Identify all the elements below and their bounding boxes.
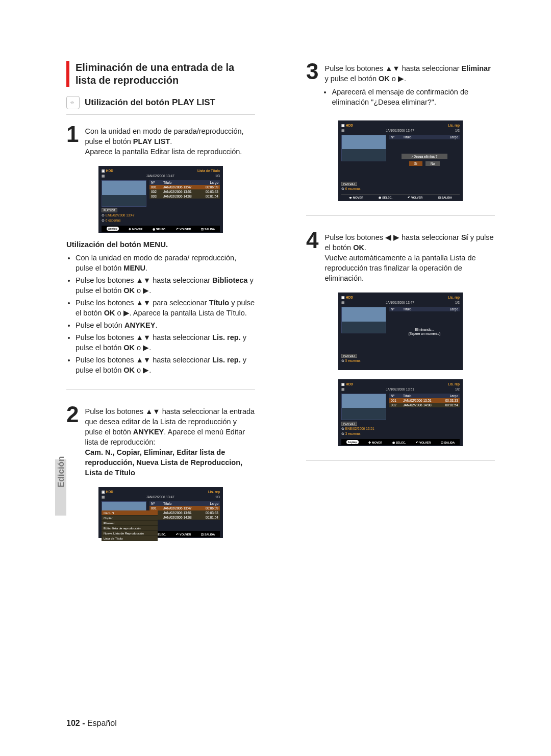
step-text: .	[170, 137, 172, 145]
col-title: Título	[403, 307, 438, 311]
ok-icon: ◉	[379, 196, 381, 199]
table-row[interactable]: JAN/02/2006 14:0800:01:54	[149, 515, 220, 520]
screen-hdd: HDD	[341, 382, 353, 386]
table-row[interactable]: 002JAN/02/2006 13:5100:03:33	[149, 189, 220, 194]
menu-item[interactable]: Lista de Título	[102, 536, 158, 541]
step-sub: Aparecerá el mensaje de confirmación de …	[332, 87, 495, 107]
screen-hdd: HDD	[341, 296, 353, 300]
step-text: Pulse los botones ▲▼ hasta seleccionar	[324, 64, 461, 72]
screen-mode: Lis. rep	[208, 490, 220, 494]
col-n: Nº	[391, 307, 400, 311]
return-icon: ↶	[408, 196, 410, 199]
header-accent	[66, 61, 69, 87]
list-item: Pulse los botones ▲▼ hasta seleccionar L…	[76, 332, 255, 353]
thumbnail	[341, 394, 386, 420]
screen-count: 1/3	[215, 495, 220, 499]
hint-salida: SALIDA	[205, 533, 215, 536]
list-item: Pulse el botón ANYKEY.	[76, 320, 255, 330]
arrows-icon: ✥	[368, 441, 371, 444]
dialog-no[interactable]: No	[425, 161, 440, 166]
hint-mover: MOVER	[372, 441, 382, 444]
col-n: Nº	[391, 135, 400, 139]
hint-salida: SALIDA	[205, 228, 215, 231]
hint-selec: SELEC.	[396, 441, 406, 444]
screen-edit-menu: HDDLis. rep JAN/02/2006 13:471/3 NºTítul…	[98, 487, 223, 538]
screen-count: 1/2	[455, 387, 460, 392]
step-bold: PLAY LIST	[133, 137, 170, 145]
return-icon: ↶	[176, 228, 179, 231]
hint-selec: SELEC.	[382, 196, 392, 199]
playlist-tag: PLAYLIST	[341, 354, 357, 358]
table-row[interactable]: 001JAN/02/2006 13:4700:06:09	[149, 185, 220, 189]
table-row[interactable]: 002JAN/02/2006 14:0800:01:54	[389, 403, 460, 407]
step-text: .	[364, 243, 366, 252]
menu-item[interactable]: Nueva Lista de Reproducción	[102, 531, 158, 536]
exit-icon: ⊡	[438, 196, 441, 199]
playlist-scenes: 3 escenas	[341, 432, 386, 436]
menu-item[interactable]: Editar lista de reproducción	[102, 526, 158, 531]
screen-count: 1/3	[455, 129, 460, 133]
step-bold: Sí	[461, 233, 468, 241]
col-title: Título	[403, 135, 438, 139]
hint-anykey: Anykey	[107, 227, 119, 231]
divider	[66, 114, 255, 115]
screen-timestamp: JAN/02/2006 13:47	[146, 495, 174, 499]
step-number: 2	[66, 404, 79, 478]
step-bold: OK	[353, 243, 364, 252]
hint-salida: SALIDA	[444, 441, 455, 444]
table-row[interactable]: 001JAN/02/2006 13:4700:06:09	[149, 506, 220, 510]
table-row[interactable]: 003JAN/02/2006 14:0800:01:54	[149, 194, 220, 199]
screen-timestamp: JAN/02/2006 13:51	[386, 387, 414, 392]
hint-volver: VOLVER	[411, 196, 422, 199]
step-bold: Eliminar	[462, 64, 491, 72]
divider	[306, 460, 495, 461]
screen-mode: Lis. rep	[448, 124, 460, 128]
col-length: Largo	[441, 135, 458, 139]
menu-item[interactable]: Copiar	[102, 516, 158, 521]
hint-selec: SELEC.	[156, 228, 166, 231]
hint-volver: VOLVER	[419, 441, 431, 444]
playlist-tag: PLAYLIST	[102, 208, 117, 212]
return-icon: ↶	[176, 533, 179, 536]
playlist-date: ENE/02/2006 13:51	[341, 427, 386, 431]
table-row[interactable]: 001JAN/02/2006 13:5100:03:33	[389, 398, 460, 403]
screen-deleting: HDDLis. rep JAN/02/2006 13:471/3 NºTítul…	[338, 292, 463, 370]
hint-mover: MOVER	[132, 228, 142, 231]
dialog-yes[interactable]: Sí	[409, 161, 422, 166]
screen-hdd: HDD	[102, 169, 113, 173]
hint-volver: VOLVER	[180, 228, 191, 231]
screen-timestamp: JAN/02/2006 13:47	[146, 174, 174, 178]
side-tab: Edición	[55, 459, 66, 516]
subsection-title: Utilización del botón PLAY LIST	[85, 97, 215, 108]
screen-after-delete: HDDLis. rep JAN/02/2006 13:511/2 PLAYLIS…	[338, 379, 463, 446]
screen-hdd: HDD	[102, 490, 113, 494]
lr-arrows-icon: ◂▸	[349, 196, 352, 199]
remote-icon: ᯤ	[66, 96, 80, 109]
menu-item[interactable]: Eliminar	[102, 521, 158, 526]
ok-icon: ◉	[392, 441, 395, 444]
list-item: Pulse los botones ▲▼ hasta seleccionar B…	[76, 275, 255, 296]
page-number: 102 -	[66, 719, 85, 727]
menu-item[interactable]: Cam. N	[102, 510, 158, 516]
playlist-scenes: 6 escenas	[102, 218, 146, 223]
list-item: Pulse los botones ▲▼ hasta seleccionar L…	[76, 355, 255, 375]
thumbnail	[341, 307, 386, 333]
screen-hdd: HDD	[341, 124, 353, 128]
page-title: Eliminación de una entrada de la lista d…	[76, 61, 255, 87]
dialog-question: ¿Desea eliminar?	[402, 154, 448, 159]
list-item: Pulse los botones ▲▼ para seleccionar Tí…	[76, 298, 255, 318]
table-row[interactable]: JAN/02/2006 13:5100:03:33	[149, 510, 220, 515]
step-text: y pulse el botón	[324, 75, 379, 83]
step-sub: Vuelve automáticamente a la pantalla Lis…	[324, 254, 475, 282]
screen-timestamp: JAN/02/2006 13:47	[386, 301, 414, 305]
playlist-tag: PLAYLIST	[341, 182, 357, 186]
step-text: Aparece la pantalla Editar lista de repr…	[85, 148, 242, 156]
exit-icon: ⊡	[441, 441, 443, 444]
divider	[66, 389, 255, 390]
step-2: 2 Pulse los botones ▲▼ hasta seleccionar…	[66, 404, 255, 478]
playlist-scenes: 5 escenas	[341, 359, 460, 363]
step-1: 1 Con la unidad en modo de parada/reprod…	[66, 124, 255, 157]
page-language: Español	[87, 719, 117, 727]
context-menu: Cam. NCopiarEliminarEditar lista de repr…	[102, 510, 158, 541]
hint-salida: SALIDA	[441, 196, 452, 199]
